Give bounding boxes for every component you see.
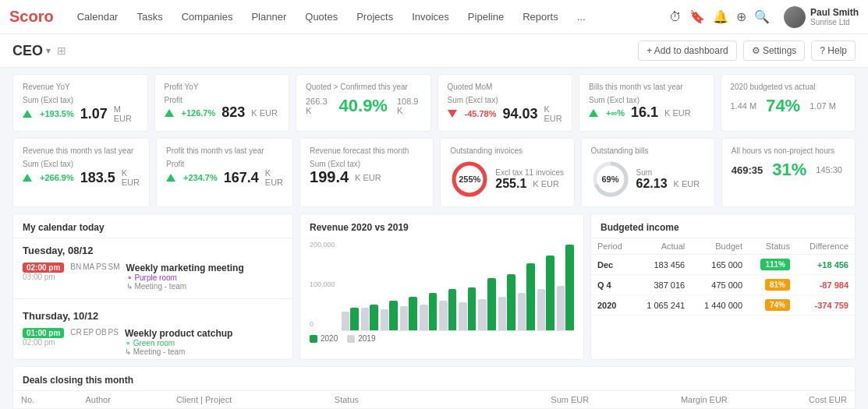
help-button[interactable]: ? Help	[811, 41, 856, 61]
dashboard-header: CEO ▾ ⊞ + Add to dashboard ⚙ Settings ? …	[0, 34, 868, 68]
deals-header-row: No. Author Client | Project Status Sum E…	[13, 391, 855, 409]
bar-2019	[498, 297, 507, 330]
kpi-quoted-mom-label: Sum (Excl tax)	[448, 96, 563, 104]
budget-row-dec: Dec 183 456 165 000 111% +18 456	[591, 255, 855, 275]
kpi-quoted-mom-change: -45.78%	[465, 109, 497, 118]
up-arrow-icon	[589, 109, 598, 117]
calendar-day1-header: Tuesday, 08/12	[13, 238, 292, 259]
cal-person-bn: BN	[70, 263, 81, 271]
up-arrow-icon	[166, 174, 175, 182]
calendar-card: My calendar today Tuesday, 08/12 02:00 p…	[12, 213, 293, 360]
bar-2020	[507, 274, 515, 330]
user-menu[interactable]: Paul Smith Sunrise Ltd	[784, 6, 859, 28]
bar-2020	[389, 301, 398, 330]
nav-tasks[interactable]: Tasks	[129, 0, 170, 34]
bar-2019	[381, 309, 389, 330]
kpi-2020-budget-row: 1.44 M 74% 1.07 M	[731, 96, 846, 116]
kpi-bills-month-unit: K EUR	[664, 108, 691, 118]
y-label-0: 0	[310, 320, 335, 328]
timer-icon[interactable]: ⏱	[669, 10, 682, 24]
bar-2020	[409, 297, 417, 330]
budget-2020-status: 74%	[749, 295, 796, 316]
outstanding-invoices-value-row: 255.1 K EUR	[495, 177, 564, 191]
kpi-revenue-forecast: Revenue forecast this month Sum (Excl ta…	[299, 138, 434, 207]
cal-person-ps2: PS	[108, 328, 119, 337]
cal-event-1-room: ⚬ Purple room	[126, 273, 283, 282]
kpi-profit-yoy-row: +126.7% 823 K EUR	[165, 104, 280, 121]
bottom-section: My calendar today Tuesday, 08/12 02:00 p…	[0, 213, 868, 366]
kpi-bills-month: Bills this month vs last year Sum (Excl …	[579, 74, 714, 132]
bar-2019	[342, 312, 350, 330]
bookmark-icon[interactable]: 🔖	[689, 9, 705, 24]
user-details: Paul Smith Sunrise Ltd	[810, 7, 859, 26]
nav-pipeline[interactable]: Pipeline	[460, 0, 512, 34]
bar-group	[420, 293, 437, 330]
nav-projects[interactable]: Projects	[349, 0, 401, 34]
budget-dec-status-bar: 111%	[760, 259, 790, 270]
kpi-hours-title: All hours vs non-project hours	[732, 146, 845, 155]
budget-q4-period: Q 4	[591, 275, 633, 295]
kpi-2020-pct: 74%	[766, 96, 800, 116]
bar-2020	[429, 293, 438, 330]
budget-q4-diff: -87 984	[796, 275, 855, 295]
kpi-revenue-month-label: Sum (Excl tax)	[23, 160, 140, 168]
kpi-profit-month: Profit this month vs last year Profit +2…	[156, 138, 293, 207]
deals-col-margin: Margin EUR	[597, 391, 735, 409]
nav-calendar[interactable]: Calendar	[69, 0, 126, 34]
search-icon[interactable]: 🔍	[754, 9, 770, 24]
dashboard-title-caret[interactable]: ▾	[46, 45, 51, 56]
bar-group	[537, 256, 554, 330]
kpi-revenue-forecast-label: Sum (Excl tax)	[310, 160, 423, 168]
outstanding-bills-circle: 69%	[591, 160, 630, 199]
bar-2020	[526, 263, 535, 330]
nav-more[interactable]: ...	[569, 0, 593, 34]
outstanding-bills-desc: Sum	[636, 168, 700, 177]
outstanding-invoices-desc: Excl tax 11 invoices	[495, 168, 564, 177]
dashboard-title: CEO	[12, 43, 43, 59]
settings-button[interactable]: ⚙ Settings	[743, 41, 806, 61]
kpi-row-1: Revenue YoY Sum (Excl tax) +193.5% 1.07 …	[0, 68, 868, 138]
outstanding-bills-pct: 69%	[602, 175, 619, 184]
logo[interactable]: Scoro	[9, 8, 54, 26]
bell-icon[interactable]: 🔔	[713, 9, 728, 24]
cal-event-1-time-end: 03:00 pm	[23, 273, 64, 281]
kpi-bills-month-change: +∞%	[606, 108, 625, 118]
deals-col-status: Status	[327, 391, 477, 409]
nav-invoices[interactable]: Invoices	[404, 0, 457, 34]
outstanding-invoices-details: Excl tax 11 invoices 255.1 K EUR	[495, 168, 564, 191]
budget-dec-status: 111%	[749, 255, 796, 275]
legend-2020-label: 2020	[321, 334, 338, 343]
kpi-row-2: Revenue this month vs last year Sum (Exc…	[0, 138, 868, 213]
add-dashboard-button[interactable]: + Add to dashboard	[638, 41, 736, 61]
kpi-profit-yoy-title: Profit YoY	[165, 83, 280, 91]
kpi-2020-budget-title: 2020 budgeted vs actual	[731, 83, 846, 91]
nav-companies[interactable]: Companies	[174, 0, 241, 34]
budget-col-status: Status	[749, 238, 796, 255]
cal-person-ma: MA	[83, 263, 94, 271]
nav-reports[interactable]: Reports	[515, 0, 566, 34]
budget-2020-actual: 1 065 241	[633, 295, 691, 316]
budget-row-q4: Q 4 387 016 475 000 81% -87 984	[591, 275, 855, 295]
deals-col-author: Author	[77, 391, 168, 409]
legend-2020-dot	[310, 335, 317, 343]
kpi-revenue-month-title: Revenue this month vs last year	[23, 146, 140, 155]
bar-2020	[565, 245, 574, 330]
kpi-revenue-month-value: 183.5	[80, 170, 115, 186]
kpi-revenue-month: Revenue this month vs last year Sum (Exc…	[12, 138, 150, 207]
nav-planner[interactable]: Planner	[243, 0, 294, 34]
y-label-200k: 200,000	[310, 241, 335, 249]
kpi-quoted-val1: 266.3 K	[306, 97, 330, 115]
bar-2020	[370, 305, 378, 330]
bar-2019	[557, 286, 565, 330]
kpi-quoted-mom-unit: K EUR	[544, 104, 562, 123]
filter-icon[interactable]: ⊞	[57, 44, 66, 57]
legend-2019: 2019	[347, 334, 375, 343]
kpi-bills-month-row: +∞% 16.1 K EUR	[589, 104, 704, 121]
bar-group	[557, 245, 574, 330]
calendar-event-1: 02:00 pm 03:00 pm BN MA PS SM Weekly mar…	[13, 259, 292, 294]
kpi-quoted-confirmed-row: 266.3 K 40.9% 108.9 K	[306, 96, 421, 116]
add-icon[interactable]: ⊕	[736, 9, 746, 24]
cal-person-ps: PS	[96, 263, 106, 271]
outstanding-bills-value-row: 62.13 K EUR	[636, 177, 700, 191]
nav-quotes[interactable]: Quotes	[297, 0, 345, 34]
